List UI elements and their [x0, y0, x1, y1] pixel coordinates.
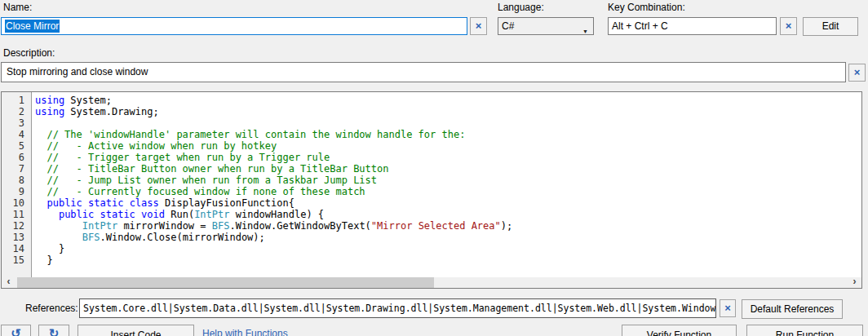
- code-line: // - Active window when run by hotkey: [35, 140, 861, 152]
- undo-button[interactable]: ↺: [1, 325, 31, 336]
- language-dropdown[interactable]: C# ▼: [498, 17, 594, 35]
- chevron-down-icon: ▼: [582, 24, 588, 40]
- line-number: 15: [2, 254, 31, 266]
- line-number: 10: [2, 197, 31, 209]
- clear-icon: ×: [724, 302, 731, 314]
- code-line: IntPtr mirrorWindow = BFS.Window.GetWind…: [35, 220, 861, 232]
- clear-icon: ×: [786, 20, 792, 32]
- edit-key-combination-button[interactable]: Edit: [803, 17, 858, 36]
- language-label: Language:: [498, 2, 544, 13]
- code-line: using System.Drawing;: [35, 106, 861, 117]
- verify-function-button[interactable]: Verify Function: [622, 325, 737, 336]
- run-function-button[interactable]: Run Function: [746, 325, 863, 336]
- code-line: using System;: [35, 95, 861, 106]
- code-line: }: [35, 254, 861, 266]
- line-number-gutter: 123456789101112131415: [2, 92, 32, 277]
- code-line: // - TitleBar Button owner when run by a…: [35, 163, 861, 175]
- line-number: 4: [2, 129, 31, 140]
- description-value: Stop mirroring and close window: [7, 66, 148, 77]
- line-number: 12: [2, 220, 31, 232]
- line-number: 8: [2, 175, 31, 186]
- line-number: 7: [2, 163, 31, 175]
- code-line: public static class DisplayFusionFunctio…: [35, 197, 861, 209]
- language-selected-value: C#: [502, 20, 514, 32]
- line-number: 3: [2, 117, 31, 129]
- scrollbar-thumb[interactable]: [17, 277, 434, 288]
- name-input-selected-text: Close Mirror: [5, 20, 60, 33]
- line-number: 2: [2, 106, 31, 117]
- script-function-editor-dialog: Name: Close Mirror × Language: C# ▼ Key …: [0, 0, 868, 336]
- name-input[interactable]: Close Mirror: [1, 17, 467, 35]
- scroll-right-arrow-icon[interactable]: ›: [848, 277, 861, 288]
- code-line: public static void Run(IntPtr windowHand…: [35, 209, 861, 220]
- key-combination-input[interactable]: Alt + Ctrl + C: [608, 17, 777, 35]
- code-line: [35, 117, 861, 129]
- redo-button[interactable]: ↻: [38, 325, 69, 336]
- references-clear-button[interactable]: ×: [720, 299, 736, 317]
- scroll-left-arrow-icon[interactable]: ‹: [2, 277, 16, 288]
- code-content[interactable]: using System;using System.Drawing; // Th…: [35, 95, 861, 277]
- references-value: System.Core.dll|System.Data.dll|System.d…: [83, 303, 715, 314]
- code-line: // - Currently focused window if none of…: [35, 186, 861, 197]
- code-line: // - Trigger target when run by a Trigge…: [35, 152, 861, 163]
- description-label: Description:: [3, 47, 55, 59]
- description-input[interactable]: Stop mirroring and close window: [1, 62, 846, 82]
- line-number: 14: [2, 243, 31, 254]
- code-line: BFS.Window.Close(mirrorWindow);: [35, 232, 861, 243]
- line-number: 13: [2, 232, 31, 243]
- code-line: }: [35, 243, 861, 254]
- line-number: 11: [2, 209, 31, 220]
- horizontal-scrollbar[interactable]: ‹ ›: [2, 277, 861, 288]
- key-combination-label: Key Combination:: [608, 2, 685, 13]
- code-line: // The 'windowHandle' parameter will con…: [35, 129, 861, 140]
- references-input[interactable]: System.Core.dll|System.Data.dll|System.d…: [79, 298, 716, 318]
- help-with-functions-link[interactable]: Help with Functions: [202, 328, 288, 336]
- redo-icon: ↻: [49, 326, 60, 336]
- default-references-button[interactable]: Default References: [742, 299, 843, 319]
- line-number: 9: [2, 186, 31, 197]
- clear-icon: ×: [476, 20, 482, 32]
- key-combination-value: Alt + Ctrl + C: [612, 20, 668, 32]
- key-combination-clear-button[interactable]: ×: [780, 17, 797, 35]
- name-clear-button[interactable]: ×: [470, 17, 487, 35]
- undo-icon: ↺: [11, 326, 21, 336]
- name-label: Name:: [3, 2, 32, 13]
- line-number: 5: [2, 140, 31, 152]
- code-line: // - Jump List owner when run from a Tas…: [35, 175, 861, 186]
- code-editor[interactable]: 123456789101112131415 using System;using…: [1, 91, 862, 289]
- references-label: References:: [25, 303, 78, 314]
- insert-code-button[interactable]: Insert Code: [78, 325, 194, 336]
- clear-icon: ×: [854, 66, 861, 78]
- description-clear-button[interactable]: ×: [848, 64, 866, 82]
- line-number: 1: [2, 95, 31, 106]
- line-number: 6: [2, 152, 31, 163]
